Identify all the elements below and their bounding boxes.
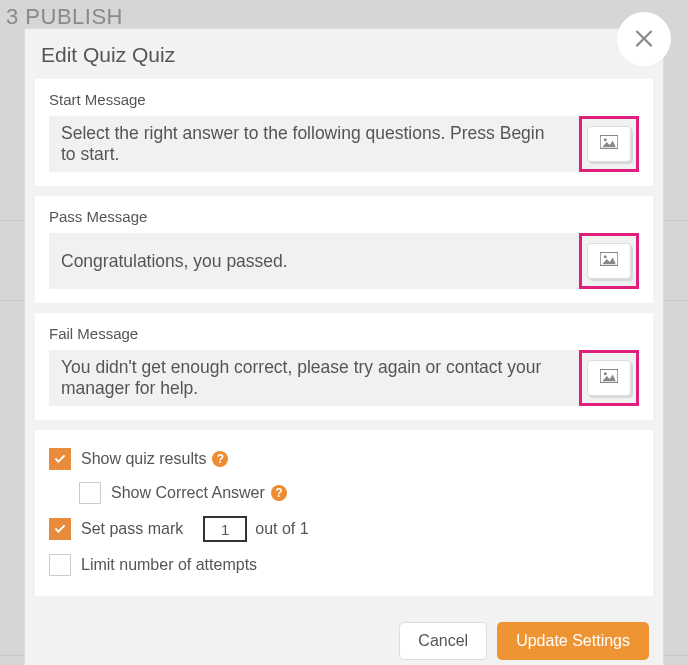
close-icon	[631, 24, 657, 54]
close-button[interactable]	[617, 12, 671, 66]
svg-point-5	[604, 372, 607, 375]
show-results-help-icon[interactable]: ?	[212, 451, 228, 467]
modal-title: Edit Quiz Quiz	[41, 43, 647, 67]
svg-point-1	[604, 138, 607, 141]
start-message-label: Start Message	[49, 91, 639, 108]
start-message-card: Start Message Select the right answer to…	[35, 79, 653, 186]
pass-message-card: Pass Message Congratulations, you passed…	[35, 196, 653, 303]
pass-image-button[interactable]	[587, 243, 631, 279]
image-icon	[600, 135, 618, 153]
pass-message-label: Pass Message	[49, 208, 639, 225]
show-correct-label: Show Correct Answer	[111, 484, 265, 502]
update-settings-button[interactable]: Update Settings	[497, 622, 649, 660]
fail-message-input[interactable]: You didn't get enough correct, please tr…	[49, 357, 575, 399]
fail-message-card: Fail Message You didn't get enough corre…	[35, 313, 653, 420]
set-passmark-label: Set pass mark	[81, 520, 183, 538]
passmark-suffix: out of 1	[255, 520, 308, 538]
pass-image-highlight	[579, 233, 639, 289]
fail-message-label: Fail Message	[49, 325, 639, 342]
start-image-button[interactable]	[587, 126, 631, 162]
svg-point-3	[604, 255, 607, 258]
show-correct-checkbox[interactable]	[79, 482, 101, 504]
show-results-label: Show quiz results	[81, 450, 206, 468]
fail-image-button[interactable]	[587, 360, 631, 396]
publish-step-label: 3 PUBLISH	[6, 4, 123, 30]
set-passmark-checkbox[interactable]	[49, 518, 71, 540]
limit-attempts-label: Limit number of attempts	[81, 556, 257, 574]
show-correct-help-icon[interactable]: ?	[271, 485, 287, 501]
fail-image-highlight	[579, 350, 639, 406]
pass-message-input[interactable]: Congratulations, you passed.	[49, 251, 575, 272]
show-results-checkbox[interactable]	[49, 448, 71, 470]
image-icon	[600, 369, 618, 387]
start-message-input[interactable]: Select the right answer to the following…	[49, 123, 575, 165]
image-icon	[600, 252, 618, 270]
edit-quiz-modal: Edit Quiz Quiz Start Message Select the …	[24, 28, 664, 665]
cancel-button[interactable]: Cancel	[399, 622, 487, 660]
limit-attempts-checkbox[interactable]	[49, 554, 71, 576]
options-card: Show quiz results ? Show Correct Answer …	[35, 430, 653, 596]
passmark-input[interactable]	[203, 516, 247, 542]
start-image-highlight	[579, 116, 639, 172]
